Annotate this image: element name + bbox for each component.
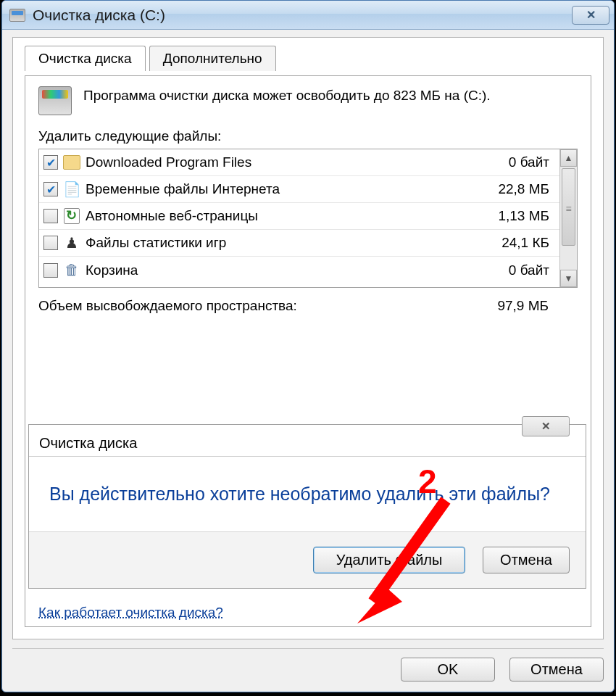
recycle-bin-icon: 🗑	[62, 261, 81, 280]
list-item[interactable]: ✔ Downloaded Program Files 0 байт	[39, 149, 559, 176]
ie-icon: 📄	[62, 180, 81, 199]
item-size: 0 байт	[480, 154, 559, 170]
window-title: Очистка диска (C:)	[33, 7, 165, 24]
confirm-close-button[interactable]: ✕	[522, 416, 570, 436]
tab-page: Программа очистки диска может освободить…	[25, 75, 591, 627]
cleanup-drive-icon	[38, 86, 72, 115]
drive-icon	[9, 9, 25, 22]
list-item[interactable]: ♟ Файлы статистики игр 24,1 КБ	[39, 230, 559, 257]
checkbox[interactable]: ✔	[43, 155, 58, 170]
titlebar[interactable]: Очистка диска (C:) ✕	[2, 1, 614, 30]
confirm-message: Вы действительно хотите необратимо удали…	[29, 457, 586, 531]
confirm-title: Очистка диска	[39, 435, 137, 452]
tabstrip: Очистка диска Дополнительно	[25, 45, 591, 75]
total-value: 97,9 МБ	[497, 298, 578, 314]
file-list[interactable]: ✔ Downloaded Program Files 0 байт ✔ 📄 Вр…	[38, 149, 578, 288]
folder-icon	[62, 153, 81, 172]
confirm-titlebar[interactable]: Очистка диска	[29, 425, 586, 457]
confirm-cancel-button[interactable]: Отмена	[483, 547, 570, 573]
dialog-button-bar: OK Отмена	[12, 648, 604, 682]
item-name: Автономные веб-страницы	[86, 208, 480, 224]
confirm-footer: Удалить файлы Отмена	[29, 531, 586, 588]
help-link[interactable]: Как работает очистка диска?	[38, 605, 223, 621]
ok-button[interactable]: OK	[401, 658, 495, 682]
scroll-down-button[interactable]: ▼	[560, 270, 577, 287]
files-label: Удалить следующие файлы:	[38, 128, 578, 144]
client-area: Очистка диска Дополнительно Программа оч…	[12, 37, 604, 639]
total-label: Объем высвобождаемого пространства:	[38, 298, 497, 314]
checkbox[interactable]	[43, 236, 58, 250]
item-size: 22,8 МБ	[480, 181, 559, 197]
list-item[interactable]: Автономные веб-страницы 1,13 МБ	[39, 203, 559, 230]
tab-cleanup[interactable]: Очистка диска	[25, 46, 146, 71]
cancel-button[interactable]: Отмена	[509, 658, 604, 682]
scroll-thumb[interactable]	[562, 168, 575, 246]
list-item[interactable]: 🗑 Корзина 0 байт	[39, 257, 559, 283]
item-size: 24,1 КБ	[480, 235, 559, 251]
summary-row: Программа очистки диска может освободить…	[38, 86, 578, 115]
list-item[interactable]: ✔ 📄 Временные файлы Интернета 22,8 МБ	[39, 176, 559, 203]
item-size: 0 байт	[480, 262, 559, 278]
total-row: Объем высвобождаемого пространства: 97,9…	[38, 298, 578, 314]
scroll-up-button[interactable]: ▲	[560, 149, 577, 167]
checkbox[interactable]: ✔	[43, 182, 58, 196]
item-size: 1,13 МБ	[480, 208, 559, 224]
checkbox[interactable]	[43, 263, 58, 278]
item-name: Downloaded Program Files	[86, 154, 480, 170]
offline-web-icon	[62, 207, 81, 225]
summary-text: Программа очистки диска может освободить…	[83, 86, 491, 105]
item-name: Временные файлы Интернета	[86, 181, 480, 197]
delete-files-button[interactable]: Удалить файлы	[313, 547, 465, 573]
scroll-track[interactable]	[560, 167, 577, 270]
disk-cleanup-window: Очистка диска (C:) ✕ Очистка диска Допол…	[1, 0, 615, 692]
checkbox[interactable]	[43, 209, 58, 223]
games-stats-icon: ♟	[62, 233, 81, 252]
item-name: Файлы статистики игр	[86, 235, 480, 251]
window-close-button[interactable]: ✕	[572, 6, 609, 25]
tab-more-options[interactable]: Дополнительно	[149, 46, 276, 71]
confirm-dialog: ✕ Очистка диска Вы действительно хотите …	[28, 424, 586, 589]
svg-marker-1	[357, 589, 402, 624]
item-name: Корзина	[86, 262, 480, 278]
list-scrollbar[interactable]: ▲ ▼	[559, 149, 577, 287]
